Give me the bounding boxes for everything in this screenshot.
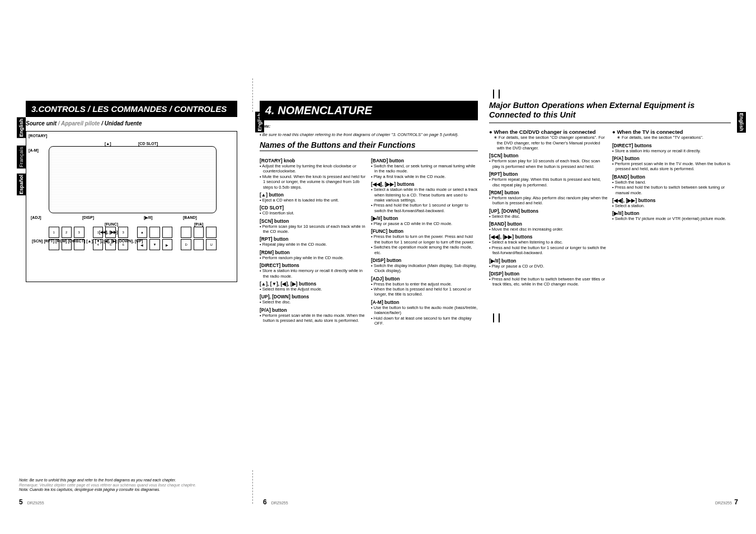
function-heading: [DIRECT] buttons xyxy=(612,143,731,148)
function-heading: [UP], [DOWN] buttons xyxy=(489,208,608,214)
function-heading: [SCN] button xyxy=(489,153,608,158)
function-heading: [ROTARY] knob xyxy=(260,158,367,163)
function-desc: Play or pause a CD or DVD. xyxy=(489,264,608,269)
btn-blank xyxy=(181,227,191,238)
head-unit-outline xyxy=(49,146,217,213)
function-heading: [▶/II] button xyxy=(371,216,478,221)
function-heading: [▲] button xyxy=(260,192,367,198)
front-panel-diagram: [ROTARY] [A-M] [▲] [CD SLOT] [ADJ] [DISP… xyxy=(26,131,237,282)
callout-prevnext: [◀◀], [▶▶] xyxy=(99,230,118,235)
callout-rotary: [ROTARY] xyxy=(29,134,47,138)
btn-blank xyxy=(194,227,204,238)
function-desc: Select a track when listening to a disc.… xyxy=(489,240,608,255)
unfold-note-es: Nota: Cuando lea los capítulos, desplieg… xyxy=(19,488,243,493)
section-3-header: 3.CONTROLS / LES COMMANDES / CONTROLES xyxy=(26,101,237,117)
major-button-ops-title: Major Button Operations when External Eq… xyxy=(489,101,731,119)
button-row-labels: [SCN] [RPT] [RDM] [DIRECT] [▲], [▼], [◀]… xyxy=(32,239,231,243)
tv-items: [DIRECT] buttonsStore a station into mem… xyxy=(612,143,731,222)
btn-2: 2 xyxy=(62,227,72,238)
function-desc: Press the button to enter the adjust mod… xyxy=(371,282,478,297)
function-heading: [◀◀], [▶▶] buttons xyxy=(612,198,731,203)
function-desc: Press and hold the button to switch betw… xyxy=(489,277,608,287)
callout-playpause: [▶/II] xyxy=(144,216,153,220)
function-heading: [DISP] button xyxy=(489,271,608,277)
unfold-note-en: Note: Be sure to unfold this page and re… xyxy=(19,478,243,483)
function-desc: Perform preset scan while in the TV mode… xyxy=(612,161,731,172)
function-heading: [◀◀], [▶▶] buttons xyxy=(489,234,608,240)
function-heading: [CD SLOT] xyxy=(260,205,367,210)
callout-pa: [P/A] xyxy=(194,222,203,226)
function-desc: Perform random play. Also perform disc r… xyxy=(489,195,608,206)
note-body: • Be sure to read this chapter referring… xyxy=(260,132,478,137)
cd-changer-items: [SCN] buttonPerform scan play for 10 sec… xyxy=(489,153,608,287)
page-number-7: DRZ9255 7 xyxy=(715,498,743,506)
function-desc: Select items in the Adjust mode. xyxy=(260,287,367,292)
fold-mark xyxy=(499,90,500,99)
callout-band: [BAND] xyxy=(183,216,197,219)
callout-adj: [ADJ] xyxy=(31,216,41,219)
callout-disp: [DISP] xyxy=(82,216,94,219)
names-of-buttons-title: Names of the Buttons and their Functions xyxy=(260,140,478,151)
function-desc: Switch the band.Press and hold the butto… xyxy=(612,180,731,195)
function-desc: Perform random play while in the CD mode… xyxy=(260,255,367,260)
source-unit-en: Source unit xyxy=(26,120,57,127)
function-desc: Perform repeat play. When this button is… xyxy=(489,177,608,188)
function-desc: Press the button to turn on the power. P… xyxy=(371,234,478,255)
function-heading: [BAND] button xyxy=(612,174,731,180)
function-heading: [▶/II] button xyxy=(489,258,608,264)
functions-col-b: [BAND] buttonSwitch the band, or seek tu… xyxy=(371,156,478,326)
functions-two-column: [ROTARY] knobAdjust the volume by turnin… xyxy=(260,156,478,326)
function-desc: Switch the display indication (Main disp… xyxy=(371,263,478,274)
function-desc: Perform scan play for 10 seconds of each… xyxy=(489,158,608,169)
source-unit-es: / Unidad fuente xyxy=(100,120,142,127)
btn-1: 1 xyxy=(49,227,59,238)
function-heading: [RPT] button xyxy=(489,171,608,177)
callout-func: [FUNC] xyxy=(105,222,118,226)
source-unit-label: Source unit / Appareil pilote / Unidad f… xyxy=(26,120,237,127)
function-heading: [SCN] button xyxy=(260,218,367,224)
function-heading: [▲], [▼], [◀], [▶] buttons xyxy=(260,281,367,287)
note-label: Note: xyxy=(260,124,478,129)
function-desc: Switch the TV picture mode or VTR (exter… xyxy=(612,216,731,221)
function-heading: [FUNC] button xyxy=(371,228,478,234)
unfold-note-block: Note: Be sure to unfold this page and re… xyxy=(19,478,243,493)
callout-am: [A-M] xyxy=(29,148,39,152)
function-desc: Select the disc. xyxy=(260,299,367,305)
function-desc: Select a station while in the radio mode… xyxy=(371,187,478,213)
function-desc: Use the button to switch to the audio mo… xyxy=(371,305,478,326)
tv-head: When the TV is connected xyxy=(612,129,731,135)
tv-connected-col: When the TV is connected For details, se… xyxy=(612,125,731,287)
function-desc: Perform scan play for 10 seconds of each… xyxy=(260,224,367,235)
function-heading: [UP], [DOWN] buttons xyxy=(260,294,367,299)
cd-changer-intro: For details, see the section "CD changer… xyxy=(489,135,608,151)
functions-col-a: [ROTARY] knobAdjust the volume by turnin… xyxy=(260,156,367,326)
function-desc: Store a station into memory or recall it… xyxy=(260,268,367,279)
function-heading: [DIRECT] buttons xyxy=(260,263,367,268)
function-heading: [A-M] button xyxy=(371,299,478,305)
function-desc: Store a station into memory or recall it… xyxy=(612,148,731,153)
function-heading: [BAND] button xyxy=(489,221,608,227)
function-heading: [P/A] button xyxy=(612,156,731,161)
function-desc: Select a station. xyxy=(612,203,731,208)
section-4-header: 4. NOMENCLATURE xyxy=(260,101,478,120)
unfold-note-fr: Remarque: Veuillez déplier cette page et… xyxy=(19,483,243,488)
function-desc: Adjust the volume by turning the knob cl… xyxy=(260,163,367,190)
function-heading: [BAND] button xyxy=(371,158,478,163)
btn-blank xyxy=(149,227,160,238)
function-heading: [DISP] button xyxy=(371,257,478,263)
page-number-6: 6DRZ9255 xyxy=(263,498,288,506)
page-5: 3.CONTROLS / LES COMMANDES / CONTROLES S… xyxy=(0,101,246,534)
function-desc: Repeat play while in the CD mode. xyxy=(260,242,367,247)
function-heading: [RDM] button xyxy=(489,190,608,195)
btn-up-icon: ▲ xyxy=(137,227,148,238)
callout-eject: [▲] xyxy=(105,142,111,146)
callout-cdslot: [CD SLOT] xyxy=(138,142,158,146)
page-7: Major Button Operations when External Eq… xyxy=(487,101,744,534)
function-desc: Move the next disc in increasing order. xyxy=(489,227,608,232)
function-heading: [P/A] button xyxy=(260,307,367,313)
cd-dvd-changer-col: When the CD/DVD changer is connected For… xyxy=(489,125,608,287)
btn-3: 3 xyxy=(74,227,84,238)
function-desc: Select the disc. xyxy=(489,214,608,219)
ext-equip-two-column: When the CD/DVD changer is connected For… xyxy=(489,125,731,287)
fold-mark xyxy=(493,90,494,99)
